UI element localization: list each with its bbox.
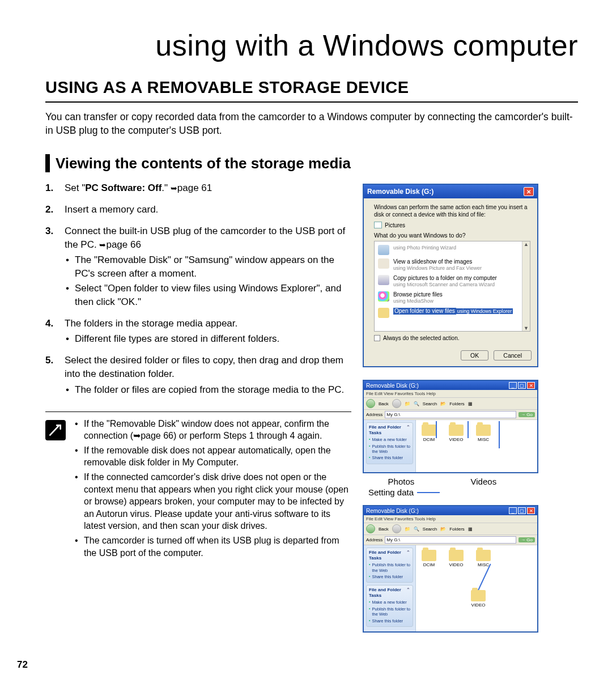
address-input[interactable]: [385, 411, 516, 418]
folder-icon: [476, 425, 491, 436]
arrow-icon: [99, 239, 106, 250]
page-title: using with a Windows computer: [45, 28, 578, 62]
step-5-bullet-1: The folder or files are copied from the …: [65, 383, 351, 397]
task-link[interactable]: Make a new folder: [369, 437, 410, 442]
forward-icon[interactable]: [392, 399, 401, 408]
folders-icon[interactable]: 📂: [440, 401, 446, 406]
option-slideshow[interactable]: View a slideshow of the imagesusing Wind…: [378, 258, 526, 271]
close-icon[interactable]: ✕: [527, 507, 535, 514]
menu-bar[interactable]: File Edit View Favorites Tools Help: [364, 515, 537, 523]
folder-video[interactable]: VIDEO: [449, 425, 464, 442]
folder-icon: [422, 550, 436, 561]
label-photos: Photos: [388, 477, 415, 486]
printer-icon: [378, 245, 389, 255]
arrow-icon: [171, 183, 177, 193]
address-bar[interactable]: Address → Go: [364, 535, 537, 545]
note-4: The camcorder is turned off when its USB…: [74, 534, 351, 559]
camera-copy-icon: [378, 275, 389, 285]
close-icon[interactable]: ✕: [527, 382, 535, 389]
option-browse[interactable]: Browse picture filesusing MediaShow: [378, 291, 526, 304]
ok-button[interactable]: OK: [461, 350, 488, 360]
folder-dcim[interactable]: DCIM: [422, 425, 436, 442]
back-icon[interactable]: [366, 524, 375, 533]
views-icon[interactable]: ▦: [468, 401, 473, 406]
maximize-icon[interactable]: ▢: [518, 382, 526, 389]
disc-icon: [378, 291, 389, 302]
dialog-question: What do you want Windows to do?: [374, 232, 530, 239]
folder-icon: [449, 550, 464, 561]
notes-list: If the "Removable Disk" window does not …: [74, 418, 351, 562]
folder-icon: [471, 590, 486, 601]
close-icon[interactable]: ✕: [524, 187, 534, 196]
step-5: Select the desired folder or files to co…: [45, 354, 351, 396]
address-input[interactable]: [385, 536, 516, 544]
options-listbox[interactable]: using Photo Printing Wizard View a slide…: [374, 241, 530, 332]
explorer-window-1: Removable Disk (G:) _ ▢ ✕ File Edit View…: [363, 380, 538, 473]
option-print[interactable]: using Photo Printing Wizard: [378, 245, 526, 255]
always-checkbox-row[interactable]: Always do the selected action.: [374, 335, 530, 341]
task-link[interactable]: Publish this folder to the Web: [369, 562, 410, 573]
intro-paragraph: You can transfer or copy recorded data f…: [45, 111, 578, 137]
scrollbar[interactable]: ▲▼: [522, 241, 530, 331]
folder-dcim[interactable]: DCIM: [422, 550, 436, 567]
task-link[interactable]: Share this folder: [369, 618, 410, 623]
search-icon[interactable]: 🔍: [414, 401, 419, 406]
step-2: Insert a memory card.: [45, 203, 351, 217]
go-button[interactable]: → Go: [518, 537, 535, 542]
folder-icon: [422, 425, 436, 436]
up-icon[interactable]: 📁: [405, 401, 410, 406]
folder-labels: Photos Videos: [363, 477, 578, 486]
search-icon[interactable]: 🔍: [414, 527, 419, 532]
task-link[interactable]: Share this folder: [369, 574, 410, 579]
toolbar[interactable]: Back 📁 🔍Search 📂Folders ▦: [364, 397, 537, 410]
step-4-bullet-1: Different file types are stored in diffe…: [65, 332, 351, 346]
note-3: If the connected camcorder's disk drive …: [74, 471, 351, 532]
cancel-button[interactable]: Cancel: [494, 350, 532, 360]
folder-misc[interactable]: MISC: [476, 425, 491, 442]
minimize-icon[interactable]: _: [509, 507, 517, 514]
folder-video[interactable]: VIDEO: [449, 550, 464, 567]
note-1: If the "Removable Disk" window does not …: [74, 418, 351, 442]
folders-icon[interactable]: 📂: [440, 527, 446, 532]
subsection-heading: Viewing the contents of the storage medi…: [45, 154, 578, 172]
step-3-bullet-2: Select "Open folder to view files using …: [65, 282, 351, 309]
toolbar[interactable]: Back 📁 🔍Search 📂Folders ▦: [364, 523, 537, 535]
scroll-up-icon[interactable]: ▲: [524, 241, 529, 247]
explorer-window-2: Removable Disk (G:) _ ▢ ✕ File Edit View…: [363, 505, 538, 633]
step-1: Set "PC Software: Off." page 61: [45, 181, 351, 195]
minimize-icon[interactable]: _: [509, 382, 517, 389]
back-icon[interactable]: [366, 399, 375, 408]
task-link[interactable]: Publish this folder to the Web: [369, 444, 410, 455]
task-link[interactable]: Publish this folder to the Web: [369, 606, 410, 617]
folder-view[interactable]: DCIM VIDEO MISC VIDEO: [416, 545, 537, 631]
address-bar[interactable]: Address → Go: [364, 410, 537, 420]
folder-video-sub[interactable]: VIDEO: [471, 590, 486, 608]
step-3-bullet-1: The "Removable Disk" or "Samsung" window…: [65, 253, 351, 281]
maximize-icon[interactable]: ▢: [518, 507, 526, 514]
folder-view[interactable]: DCIM VIDEO MISC: [416, 420, 537, 472]
forward-icon[interactable]: [392, 524, 401, 533]
task-link[interactable]: Share this folder: [369, 455, 410, 460]
views-icon[interactable]: ▦: [468, 527, 473, 532]
autoplay-dialog: Removable Disk (G:) ✕ Windows can perfor…: [363, 184, 538, 367]
checkbox[interactable]: [374, 335, 380, 341]
option-open-folder[interactable]: Open folder to view filesusing Windows E…: [378, 308, 526, 318]
note-icon: [45, 420, 66, 440]
option-copy[interactable]: Copy pictures to a folder on my computer…: [378, 275, 526, 288]
dialog-titlebar[interactable]: Removable Disk (G:) ✕: [364, 185, 537, 198]
slideshow-icon: [378, 258, 389, 269]
section-heading: USING AS A REMOVABLE STORAGE DEVICE: [45, 78, 578, 103]
go-button[interactable]: → Go: [518, 412, 535, 417]
up-icon[interactable]: 📁: [405, 527, 410, 532]
dialog-title: Removable Disk (G:): [367, 188, 434, 196]
folder-misc[interactable]: MISC: [476, 550, 491, 567]
note-divider: [45, 411, 351, 412]
menu-bar[interactable]: File Edit View Favorites Tools Help: [364, 390, 537, 397]
folder-icon: [449, 425, 464, 436]
explorer-titlebar[interactable]: Removable Disk (G:) _ ▢ ✕: [364, 381, 537, 390]
task-link[interactable]: Make a new folder: [369, 600, 410, 605]
explorer-titlebar[interactable]: Removable Disk (G:) _ ▢ ✕: [364, 506, 537, 515]
scroll-down-icon[interactable]: ▼: [524, 325, 529, 331]
step-4: The folders in the storage media appear.…: [45, 317, 351, 346]
folder-icon: [378, 308, 389, 318]
